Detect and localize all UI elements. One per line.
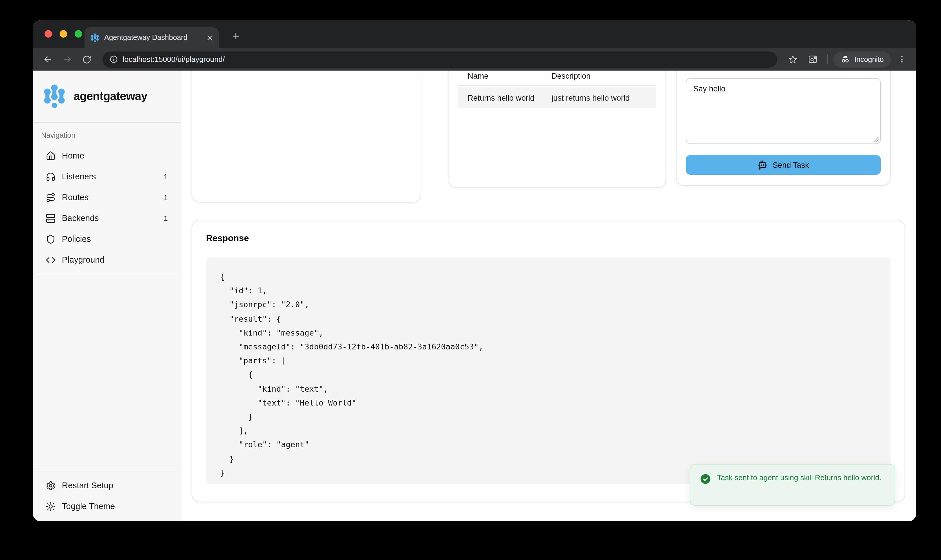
browser-titlebar: Agentgateway Dashboard bbox=[33, 20, 916, 48]
forward-button[interactable] bbox=[59, 51, 76, 68]
back-arrow-icon bbox=[43, 54, 52, 64]
json-line: "kind": "text", bbox=[220, 382, 877, 395]
agentgateway-logo bbox=[42, 83, 66, 109]
zoom-window-button[interactable] bbox=[75, 30, 82, 38]
json-line: "text": "Hello World" bbox=[220, 396, 877, 409]
response-json-block: { "id": 1, "jsonrpc": "2.0", "result": {… bbox=[206, 257, 891, 484]
skill-row[interactable]: Returns hello world just returns hello w… bbox=[458, 87, 656, 108]
nav-count-badge: 1 bbox=[164, 214, 168, 222]
check-circle-icon bbox=[700, 473, 711, 485]
tab-close-icon[interactable] bbox=[206, 34, 213, 41]
incognito-label: Incognito bbox=[855, 55, 884, 63]
reload-button[interactable] bbox=[78, 51, 95, 68]
sun-icon bbox=[46, 501, 55, 511]
skills-table-header: Name Description bbox=[458, 72, 656, 86]
task-message-input[interactable]: Say hello bbox=[686, 78, 881, 144]
json-line: { bbox=[220, 269, 877, 283]
skills-table: Name Description Returns hello world jus… bbox=[458, 72, 656, 108]
kebab-menu-icon bbox=[897, 55, 906, 64]
site-info-icon[interactable] bbox=[109, 55, 118, 64]
brand[interactable]: agentgateway bbox=[33, 71, 180, 123]
nav-list: Home Listeners 1 Routes bbox=[33, 145, 180, 274]
server-icon bbox=[46, 213, 55, 223]
json-line: } bbox=[220, 409, 877, 423]
response-title: Response bbox=[206, 233, 891, 243]
sidebar-item-label: Playground bbox=[62, 255, 162, 265]
shield-icon bbox=[46, 234, 55, 244]
sidebar-item-label: Backends bbox=[62, 214, 157, 223]
incognito-badge: Incognito bbox=[834, 51, 891, 68]
sidebar-item-label: Home bbox=[62, 151, 162, 160]
bookmark-button[interactable] bbox=[784, 51, 802, 68]
sidebar-item-listeners[interactable]: Listeners 1 bbox=[33, 166, 180, 187]
json-line: "kind": "message", bbox=[220, 326, 877, 340]
browser-window: Agentgateway Dashboard bbox=[33, 20, 916, 521]
sidebar: agentgateway Navigation Home bbox=[33, 71, 181, 521]
star-icon bbox=[789, 55, 798, 64]
resize-handle-icon[interactable] bbox=[873, 137, 879, 142]
tab-title: Agentgateway Dashboard bbox=[104, 34, 202, 42]
sidebar-item-home[interactable]: Home bbox=[33, 145, 180, 166]
response-panel: Response { "id": 1, "jsonrpc": "2.0", "r… bbox=[191, 220, 905, 502]
forward-arrow-icon bbox=[62, 54, 72, 64]
json-line: { bbox=[220, 368, 877, 382]
json-line: "result": { bbox=[220, 312, 877, 325]
nav-count-badge: 1 bbox=[164, 172, 168, 181]
sidebar-footer: Restart Setup Toggle Theme bbox=[33, 471, 180, 521]
sidebar-item-policies[interactable]: Policies bbox=[33, 229, 180, 249]
agent-card-panel bbox=[191, 71, 421, 203]
json-line: "role": "agent" bbox=[220, 438, 877, 452]
json-line: "messageId": "3db0dd73-12fb-401b-ab82-3a… bbox=[220, 340, 877, 354]
window-controls bbox=[45, 30, 82, 38]
address-bar[interactable]: localhost:15000/ui/playground/ bbox=[102, 51, 778, 68]
agentgateway-favicon bbox=[90, 33, 100, 43]
side-panel-search-button[interactable] bbox=[804, 51, 821, 68]
plus-icon bbox=[232, 32, 239, 40]
route-icon bbox=[46, 192, 55, 202]
sidebar-item-label: Listeners bbox=[62, 172, 157, 181]
skills-panel: Name Description Returns hello world jus… bbox=[448, 71, 666, 188]
minimize-window-button[interactable] bbox=[60, 30, 67, 38]
reload-icon bbox=[82, 55, 91, 64]
toolbar-separator bbox=[827, 54, 828, 64]
skill-name: Returns hello world bbox=[458, 94, 547, 102]
send-task-panel: Say hello Send Task bbox=[676, 71, 891, 186]
column-header-description: Description bbox=[547, 72, 656, 80]
send-task-button[interactable]: Send Task bbox=[686, 155, 881, 175]
sidebar-item-label: Routes bbox=[62, 193, 157, 202]
side-panel-search-icon bbox=[808, 54, 818, 64]
sidebar-item-playground[interactable]: Playground bbox=[33, 249, 180, 270]
json-line: "jsonrpc": "2.0", bbox=[220, 298, 877, 312]
home-icon bbox=[46, 151, 55, 160]
json-line: ], bbox=[220, 423, 877, 437]
headphones-icon bbox=[46, 172, 55, 182]
gear-icon bbox=[46, 480, 55, 490]
json-line: "id": 1, bbox=[220, 283, 877, 297]
column-header-name: Name bbox=[458, 72, 547, 80]
url-text[interactable]: localhost:15000/ui/playground/ bbox=[123, 55, 225, 64]
json-line: } bbox=[220, 452, 877, 465]
toggle-theme-button[interactable]: Toggle Theme bbox=[33, 496, 180, 517]
sidebar-item-routes[interactable]: Routes 1 bbox=[33, 187, 180, 208]
restart-setup-button[interactable]: Restart Setup bbox=[33, 475, 180, 496]
brand-name: agentgateway bbox=[74, 90, 147, 103]
playground-main: Name Description Returns hello world jus… bbox=[181, 71, 916, 521]
toggle-theme-label: Toggle Theme bbox=[62, 502, 168, 511]
sidebar-item-backends[interactable]: Backends 1 bbox=[33, 208, 180, 229]
json-line: "parts": [ bbox=[220, 354, 877, 367]
sidebar-item-label: Policies bbox=[62, 234, 162, 243]
bot-message-icon bbox=[758, 160, 767, 170]
page-content: agentgateway Navigation Home bbox=[33, 71, 916, 521]
close-window-button[interactable] bbox=[45, 30, 52, 38]
nav-section-label: Navigation bbox=[41, 131, 180, 139]
success-toast: Task sent to agent using skill Returns h… bbox=[690, 464, 895, 506]
new-tab-button[interactable] bbox=[228, 28, 243, 43]
back-button[interactable] bbox=[39, 51, 56, 68]
send-task-label: Send Task bbox=[773, 160, 809, 169]
incognito-icon bbox=[841, 54, 850, 64]
browser-menu-button[interactable] bbox=[893, 51, 910, 68]
toast-message: Task sent to agent using skill Returns h… bbox=[717, 472, 881, 497]
browser-tab[interactable]: Agentgateway Dashboard bbox=[85, 27, 219, 48]
nav-count-badge: 1 bbox=[164, 193, 168, 202]
code-icon bbox=[46, 255, 55, 265]
